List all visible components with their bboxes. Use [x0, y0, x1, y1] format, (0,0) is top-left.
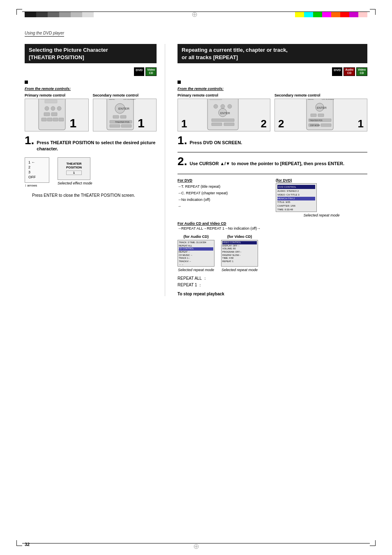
- svg-rect-18: [120, 115, 126, 118]
- right-secondary-remote-img: MENU ON SCREEN ENTER THEATER POS DSP MOD…: [274, 99, 367, 131]
- svg-rect-9: [47, 118, 52, 121]
- for-audio-cd-label: For Audio CD and Video CD: [178, 221, 367, 226]
- video-cd-paren: (for Video CD): [227, 235, 252, 239]
- left-column: Selecting the Picture Character [THEATER…: [25, 44, 165, 296]
- right-step2-text: Use CURSOR ▲/▼ to move the pointer to [R…: [189, 161, 344, 167]
- bar-2: [36, 12, 48, 17]
- left-title-line2: [THEATER POSITION]: [29, 54, 84, 60]
- left-remotes-row: Primary remote control: [25, 93, 157, 131]
- audio-cd-caption: Selected repeat mode: [178, 268, 214, 272]
- right-primary-svg: ENTER: [178, 99, 270, 131]
- bar-r3: [313, 12, 322, 17]
- bar-r4: [322, 12, 331, 17]
- bar-r7: [349, 12, 358, 17]
- video-cd-caption: Selected repeat mode: [221, 268, 258, 272]
- svg-text:MENU: MENU: [109, 99, 115, 100]
- effect-screen-label: THEATER POSITION 1: [66, 162, 82, 175]
- effect-item-3: 3: [28, 170, 46, 174]
- right-column: Repeating a current title, chapter or tr…: [173, 44, 367, 296]
- dvd-flow-3: →No indication (off): [178, 196, 269, 203]
- for-dvd-paren-label: (for DVD): [276, 178, 367, 182]
- svg-rect-39: [318, 114, 324, 117]
- dvd-repeat-section: For DVD →T. REPEAT (title repeat) →C. RE…: [178, 178, 367, 217]
- right-secondary-label: Secondary remote control: [274, 93, 367, 97]
- cd-repeat-row: (for Audio CD) TRACK: 3 TIME: 31:19:554 …: [178, 235, 367, 272]
- dvd-control-header: DVD CONTROL: [277, 185, 315, 189]
- page-content: Using the DVD player Selecting the Pictu…: [0, 18, 392, 313]
- dvd-screen-mockup: DVD CONTROL AUDIO: STEREO 2 VIDEO: CH TI…: [276, 183, 317, 212]
- bar-3: [48, 12, 59, 17]
- crosshair-bottom: ⊕: [193, 542, 199, 551]
- corner-decoration-bl: [16, 540, 22, 546]
- svg-rect-7: [51, 113, 57, 116]
- svg-rect-6: [44, 113, 50, 116]
- bar-r8: [358, 12, 367, 17]
- bar-5: [71, 12, 82, 17]
- video-cd-screen-content: VIDEO CONTROL DISPLAY: OFF→ VOLUME: 80 P…: [222, 241, 257, 263]
- svg-rect-2: [45, 100, 57, 103]
- left-title-line1: Selecting the Picture Character: [29, 47, 108, 53]
- right-title-line1: Repeating a current title, chapter or tr…: [182, 47, 288, 53]
- dvd-repeat-flow: →T. REPEAT (title repeat) →C. REPEAT (ch…: [178, 183, 269, 210]
- svg-text:THEATER POS: THEATER POS: [309, 120, 322, 122]
- bar-r5: [331, 12, 340, 17]
- dvd-badge-right: DVD: [332, 67, 342, 76]
- right-title-line2: or all tracks [REPEAT]: [182, 54, 238, 60]
- svg-text:ENTER: ENTER: [317, 106, 327, 109]
- svg-rect-30: [212, 119, 234, 122]
- bar-r1: [295, 12, 304, 17]
- press-enter-note: Press ENTER to close the THEATER POSITIO…: [32, 192, 157, 198]
- svg-text:ENTER: ENTER: [220, 112, 230, 115]
- svg-point-3: [45, 106, 49, 111]
- right-primary-remote: Primary remote control ENTER: [178, 93, 270, 131]
- audio-cd-paren: (for Audio CD): [184, 235, 209, 239]
- repeat-all-label: REPEAT ALL ：: [178, 275, 367, 282]
- right-remote-num-tr: 2: [261, 117, 267, 130]
- dvd-repeat-right: (for DVD) DVD CONTROL AUDIO: STEREO 2 VI…: [276, 178, 367, 217]
- svg-rect-24: [210, 99, 222, 100]
- audiocd-badge: AudioCD: [344, 67, 355, 76]
- right-bullet: [178, 79, 367, 84]
- effect-list: 1 ← 2 3 OFF: [25, 157, 49, 183]
- top-bar: ⊕: [0, 11, 392, 18]
- svg-text:ON SCREEN: ON SCREEN: [322, 99, 334, 100]
- svg-rect-10: [53, 118, 58, 121]
- from-remote-label-left: From the remote controls:: [25, 87, 157, 91]
- left-step1: 1. Press THEATER POSITION to select the …: [25, 135, 157, 152]
- repeat-labels: REPEAT ALL ： REPEAT 1 ：: [178, 275, 367, 288]
- svg-rect-21: [110, 124, 120, 127]
- svg-point-4: [51, 106, 55, 111]
- svg-rect-8: [42, 118, 46, 121]
- crosshair-top: ⊕: [191, 10, 198, 19]
- bar-4: [59, 12, 71, 17]
- right-step1-number: 1.: [178, 135, 187, 146]
- left-remote-number-left: 1: [69, 116, 76, 131]
- audio-cd-screen-content: TRACK: 3 TIME: 31:19:554 REPEAT ALL CD C…: [179, 241, 213, 267]
- step1-number: 1.: [25, 135, 34, 146]
- right-remote-num-tl: 1: [181, 117, 187, 130]
- effect-item-1: 1 ←: [28, 160, 46, 164]
- right-step1-block: 1. Press DVD ON SCREEN.: [178, 135, 367, 152]
- left-remote-number-right: 1: [138, 116, 145, 131]
- effect-screen: THEATER POSITION 1: [58, 157, 90, 180]
- audio-cd-screen: TRACK: 3 TIME: 31:19:554 REPEAT ALL CD C…: [178, 240, 214, 267]
- square-bullet-icon: [25, 81, 28, 84]
- bar-6: [82, 12, 94, 17]
- two-column-layout: Selecting the Picture Character [THEATER…: [25, 44, 367, 296]
- right-primary-remote-img: ENTER 1 2: [178, 99, 270, 131]
- left-secondary-remote: Secondary remote control MENU ON SCREEN …: [93, 93, 157, 131]
- left-secondary-label: Secondary remote control: [93, 93, 157, 97]
- color-bars-right: [295, 12, 367, 17]
- bar-r6: [340, 12, 349, 17]
- svg-rect-32: [224, 123, 234, 126]
- video-cd-screen: VIDEO CONTROL DISPLAY: OFF→ VOLUME: 80 P…: [221, 240, 258, 267]
- svg-rect-11: [59, 118, 64, 121]
- right-step1: 1. Press DVD ON SCREEN.: [178, 135, 367, 146]
- svg-text:THEATER POS: THEATER POS: [115, 121, 130, 123]
- svg-point-27: [228, 104, 232, 108]
- left-primary-remote: Primary remote control: [25, 93, 89, 131]
- effect-diagram: 1 ← 2 3 OFF ↕ arrows THEATER POSITION: [25, 157, 157, 187]
- from-remote-label-right: From the remote controls:: [178, 87, 367, 91]
- left-secondary-remote-img: MENU ON SCREEN ENTER THEATER POS 1: [93, 99, 157, 131]
- dvd-flow-1: →T. REPEAT (title repeat): [178, 183, 269, 190]
